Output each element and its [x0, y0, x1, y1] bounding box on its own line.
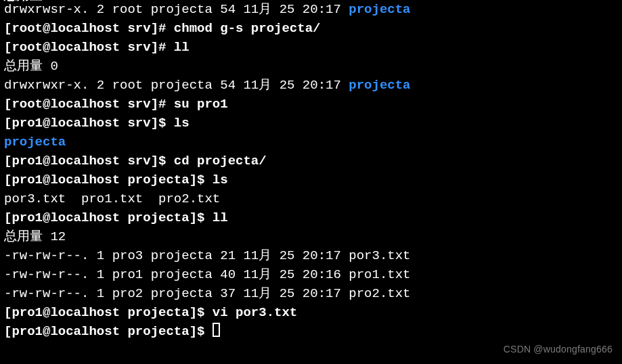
terminal-text: [root@localhost srv]# chmod g-s projecta… — [4, 21, 320, 36]
terminal-text: projecta — [349, 78, 410, 93]
partial-top-line: 总用量 0 — [4, 0, 58, 5]
terminal-line: [pro1@localhost projecta]$ — [4, 322, 618, 341]
cursor — [213, 323, 220, 337]
terminal-line: drwxrwsr-x. 2 root projecta 54 11月 25 20… — [4, 0, 618, 19]
terminal-text: [pro1@localhost projecta]$ ll — [4, 210, 228, 225]
terminal-line: [pro1@localhost srv]$ ls — [4, 114, 618, 133]
terminal-line: [pro1@localhost srv]$ cd projecta/ — [4, 152, 618, 170]
watermark: CSDN @wudongfang666 — [504, 340, 613, 359]
terminal-text: [pro1@localhost srv]$ cd projecta/ — [4, 154, 267, 168]
terminal-line: [pro1@localhost projecta]$ ls — [4, 170, 618, 189]
terminal-text: [pro1@localhost projecta]$ vi por3.txt — [4, 305, 297, 320]
terminal-line: [root@localhost srv]# ll — [4, 38, 618, 57]
terminal-text: -rw-rw-r--. 1 pro2 projecta 37 11月 25 20… — [4, 286, 411, 301]
terminal-line: projecta — [4, 133, 618, 152]
terminal-text: projecta — [349, 2, 410, 17]
terminal-output[interactable]: drwxrwsr-x. 2 root projecta 54 11月 25 20… — [0, 0, 622, 341]
terminal-text: [pro1@localhost projecta]$ ls — [4, 173, 228, 187]
terminal-text: drwxrwxr-x. 2 root projecta 54 11月 25 20… — [4, 78, 349, 93]
terminal-line: -rw-rw-r--. 1 pro1 projecta 40 11月 25 20… — [4, 265, 618, 284]
terminal-line: por3.txt pro1.txt pro2.txt — [4, 189, 618, 208]
terminal-line: 总用量 0 — [4, 57, 618, 76]
terminal-line: 总用量 12 — [4, 227, 618, 246]
terminal-text: 总用量 12 — [4, 229, 66, 244]
terminal-text: -rw-rw-r--. 1 pro1 projecta 40 11月 25 20… — [4, 267, 411, 282]
terminal-text: 总用量 0 — [4, 59, 58, 74]
terminal-text: [root@localhost srv]# su pro1 — [4, 97, 228, 112]
terminal-text: [pro1@localhost projecta]$ — [4, 324, 213, 339]
terminal-line: [pro1@localhost projecta]$ vi por3.txt — [4, 303, 618, 322]
terminal-text: [pro1@localhost srv]$ ls — [4, 116, 190, 131]
terminal-line: -rw-rw-r--. 1 pro2 projecta 37 11月 25 20… — [4, 284, 618, 303]
terminal-line: [root@localhost srv]# chmod g-s projecta… — [4, 19, 618, 38]
terminal-text: por3.txt pro1.txt pro2.txt — [4, 191, 220, 206]
terminal-line: -rw-rw-r--. 1 pro3 projecta 21 11月 25 20… — [4, 246, 618, 265]
terminal-text: [root@localhost srv]# ll — [4, 40, 190, 55]
terminal-text: projecta — [4, 135, 66, 150]
terminal-line: [root@localhost srv]# su pro1 — [4, 95, 618, 114]
terminal-text: -rw-rw-r--. 1 pro3 projecta 21 11月 25 20… — [4, 248, 411, 263]
terminal-line: [pro1@localhost projecta]$ ll — [4, 208, 618, 227]
terminal-line: drwxrwxr-x. 2 root projecta 54 11月 25 20… — [4, 76, 618, 95]
